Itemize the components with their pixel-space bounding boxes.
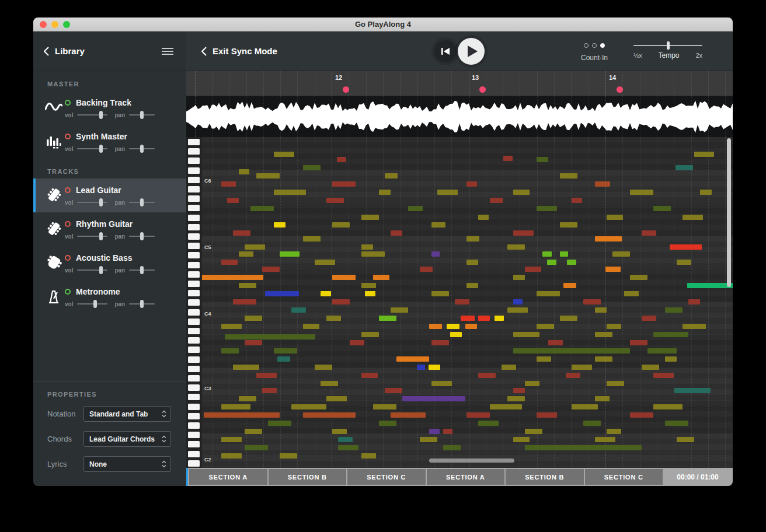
track-status-toggle[interactable] <box>65 134 71 139</box>
midi-note[interactable] <box>572 198 582 203</box>
midi-note[interactable] <box>338 445 358 450</box>
midi-note[interactable] <box>361 332 379 337</box>
midi-note[interactable] <box>233 365 259 370</box>
midi-note[interactable] <box>274 190 306 195</box>
midi-note[interactable] <box>560 173 577 178</box>
piano-key[interactable] <box>188 158 200 164</box>
piano-key[interactable] <box>188 328 200 334</box>
midi-note[interactable] <box>653 404 683 410</box>
volume-knob[interactable] <box>99 266 103 274</box>
menu-icon[interactable] <box>162 47 173 55</box>
volume-knob[interactable] <box>99 232 103 240</box>
zoom-button[interactable] <box>63 21 70 28</box>
midi-note[interactable] <box>694 152 714 157</box>
midi-note[interactable] <box>461 316 475 321</box>
midi-note[interactable] <box>277 356 290 362</box>
midi-note[interactable] <box>630 340 647 345</box>
midi-note[interactable] <box>466 412 490 418</box>
section-block[interactable]: SECTION A <box>189 469 267 485</box>
section-block[interactable]: SECTION B <box>269 469 347 485</box>
midi-note[interactable] <box>379 421 396 426</box>
midi-note[interactable] <box>233 230 250 236</box>
midi-note[interactable] <box>332 299 350 304</box>
midi-note[interactable] <box>507 244 525 250</box>
volume-slider[interactable] <box>77 148 107 149</box>
midi-note[interactable] <box>291 307 306 313</box>
midi-note[interactable] <box>447 324 459 329</box>
piano-key[interactable] <box>188 451 200 457</box>
midi-note[interactable] <box>478 215 489 220</box>
track-metronome[interactable]: Metronomevolpan <box>33 280 186 314</box>
piano-key[interactable] <box>188 404 200 410</box>
midi-note[interactable] <box>513 275 525 280</box>
midi-note[interactable] <box>595 332 612 337</box>
track-lead-guitar[interactable]: Lead Guitarvolpan <box>33 178 186 212</box>
piano-key[interactable] <box>188 148 200 155</box>
volume-slider[interactable] <box>77 236 107 237</box>
midi-note[interactable] <box>221 324 242 329</box>
count-in-dot-active[interactable] <box>600 43 605 48</box>
track-status-toggle[interactable] <box>65 221 71 227</box>
midi-note[interactable] <box>262 267 280 272</box>
track-status-toggle[interactable] <box>65 100 71 106</box>
piano-key[interactable] <box>188 167 200 174</box>
midi-note[interactable] <box>239 396 256 401</box>
midi-note[interactable] <box>513 348 630 354</box>
midi-note[interactable] <box>338 437 353 442</box>
midi-note[interactable] <box>537 324 554 329</box>
pan-knob[interactable] <box>140 145 144 153</box>
volume-knob[interactable] <box>99 111 103 119</box>
midi-note[interactable] <box>605 267 621 272</box>
midi-note[interactable] <box>437 190 458 195</box>
piano-key[interactable] <box>188 422 200 429</box>
midi-note[interactable] <box>256 373 277 378</box>
midi-note[interactable] <box>674 388 711 393</box>
midi-note[interactable] <box>321 291 331 296</box>
midi-note[interactable] <box>642 230 656 236</box>
midi-note[interactable] <box>429 324 442 329</box>
midi-note[interactable] <box>379 190 391 195</box>
piano-key[interactable] <box>188 195 200 202</box>
midi-note[interactable] <box>280 251 300 257</box>
midi-note[interactable] <box>408 206 423 211</box>
sync-point-marker[interactable] <box>617 86 623 93</box>
piano-key[interactable] <box>188 205 200 211</box>
midi-note[interactable] <box>332 275 356 280</box>
midi-note[interactable] <box>595 396 610 401</box>
midi-note[interactable] <box>537 291 560 296</box>
midi-note[interactable] <box>420 267 433 272</box>
midi-note[interactable] <box>653 206 671 211</box>
midi-note[interactable] <box>642 365 659 370</box>
midi-note[interactable] <box>670 244 702 250</box>
piano-key[interactable] <box>188 356 200 363</box>
midi-note[interactable] <box>566 373 580 378</box>
midi-note[interactable] <box>385 173 398 178</box>
midi-note[interactable] <box>373 404 396 410</box>
midi-note[interactable] <box>245 244 265 250</box>
piano-key[interactable] <box>188 309 200 316</box>
midi-note[interactable] <box>315 365 332 370</box>
midi-note[interactable] <box>595 437 615 442</box>
piano-key[interactable] <box>188 186 200 192</box>
midi-note[interactable] <box>245 429 262 434</box>
midi-note[interactable] <box>391 307 408 313</box>
midi-note[interactable] <box>700 190 712 195</box>
pan-slider[interactable] <box>129 148 155 149</box>
midi-note[interactable] <box>332 222 350 228</box>
midi-note[interactable] <box>326 316 341 321</box>
midi-note[interactable] <box>431 251 440 257</box>
track-acoustic-bass[interactable]: Acoustic Bassvolpan <box>33 246 186 280</box>
midi-note[interactable] <box>466 260 478 265</box>
midi-note[interactable] <box>391 412 426 418</box>
midi-note[interactable] <box>350 340 364 345</box>
pan-slider[interactable] <box>129 236 155 237</box>
midi-note[interactable] <box>332 429 347 434</box>
midi-note[interactable] <box>537 157 548 162</box>
piano-roll[interactable]: C6C5C4C3C2 <box>186 137 733 468</box>
midi-note[interactable] <box>233 299 256 304</box>
midi-note[interactable] <box>361 244 373 250</box>
midi-note[interactable] <box>513 332 539 337</box>
midi-note[interactable] <box>677 260 691 265</box>
midi-note[interactable] <box>665 421 688 426</box>
piano-key[interactable] <box>188 299 200 306</box>
